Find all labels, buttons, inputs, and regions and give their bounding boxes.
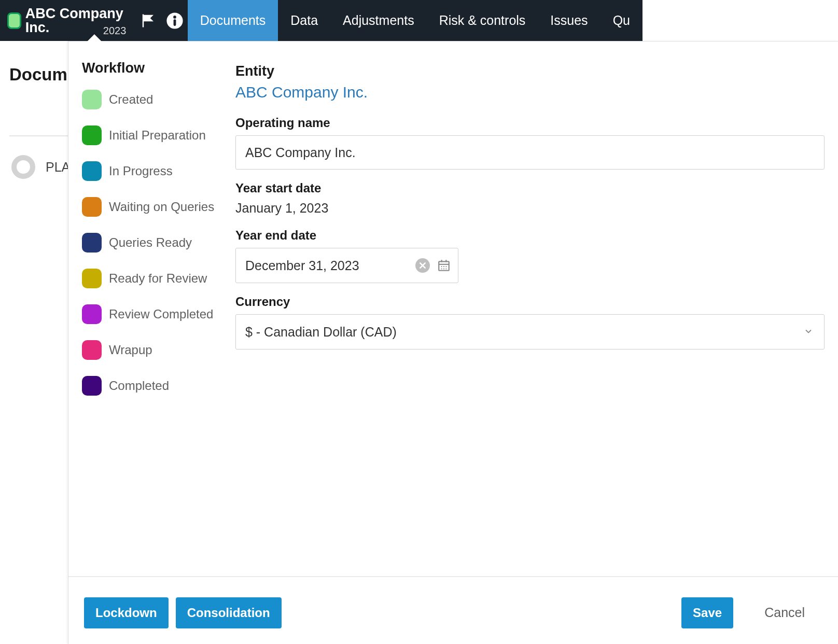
workflow-status-item[interactable]: Waiting on Queries	[82, 197, 235, 217]
company-selector[interactable]: ABC Company Inc. 2023	[0, 0, 135, 41]
currency-label: Currency	[235, 295, 643, 309]
year-end-date-input[interactable]: December 31, 2023	[235, 248, 458, 283]
workflow-status-list: CreatedInitial PreparationIn ProgressWai…	[82, 90, 235, 396]
tab-queries-cut[interactable]: Qu	[600, 0, 643, 41]
workflow-status-item[interactable]: Ready for Review	[82, 269, 235, 288]
workflow-status-item[interactable]: Created	[82, 90, 235, 109]
company-status-swatch	[7, 12, 21, 29]
workflow-status-swatch	[82, 376, 102, 396]
entity-section: Entity ABC Company Inc. Operating name Y…	[235, 60, 643, 566]
workflow-section-title: Workflow	[82, 60, 235, 76]
entity-heading: Entity	[235, 63, 643, 79]
workflow-status-item[interactable]: Queries Ready	[82, 233, 235, 253]
svg-point-13	[445, 268, 446, 269]
workflow-status-label: Wrapup	[109, 343, 152, 357]
workflow-section: Workflow CreatedInitial PreparationIn Pr…	[82, 60, 235, 566]
workflow-status-swatch	[82, 197, 102, 217]
currency-value: $ - Canadian Dollar (CAD)	[245, 325, 643, 340]
workflow-status-label: Created	[109, 92, 153, 107]
calendar-icon[interactable]	[437, 259, 451, 272]
clear-icon[interactable]	[415, 258, 430, 273]
workflow-status-swatch	[82, 269, 102, 288]
document-status-circle-icon	[11, 155, 35, 179]
workflow-status-label: Ready for Review	[109, 271, 207, 286]
flag-button[interactable]	[135, 0, 161, 41]
svg-point-8	[441, 266, 442, 267]
workflow-status-item[interactable]: Completed	[82, 376, 235, 396]
currency-select[interactable]: $ - Canadian Dollar (CAD)	[235, 314, 643, 349]
company-year: 2023	[103, 25, 127, 37]
lockdown-button[interactable]: Lockdown	[84, 597, 169, 628]
entity-name-link[interactable]: ABC Company Inc.	[235, 83, 643, 101]
main-nav-tabs: Documents Data Adjustments Risk & contro…	[188, 0, 643, 41]
year-end-date-value: December 31, 2023	[245, 258, 408, 273]
workflow-status-swatch	[82, 304, 102, 324]
svg-point-10	[445, 266, 446, 267]
consolidation-button[interactable]: Consolidation	[176, 597, 282, 628]
tab-risk[interactable]: Risk & controls	[427, 0, 538, 41]
year-start-label: Year start date	[235, 181, 643, 195]
workflow-status-label: Queries Ready	[109, 235, 192, 250]
workflow-status-item[interactable]: Review Completed	[82, 304, 235, 324]
flag-icon	[141, 13, 156, 29]
workflow-status-swatch	[82, 90, 102, 109]
workflow-status-label: Waiting on Queries	[109, 200, 214, 214]
workflow-status-label: Review Completed	[109, 307, 213, 321]
info-icon	[166, 12, 184, 30]
popover-footer: Lockdown Consolidation Save Cancel	[68, 576, 643, 644]
operating-name-label: Operating name	[235, 116, 643, 130]
operating-name-input[interactable]	[235, 135, 643, 170]
workflow-status-swatch	[82, 161, 102, 181]
tab-issues[interactable]: Issues	[538, 0, 600, 41]
year-end-label: Year end date	[235, 228, 643, 243]
workflow-status-swatch	[82, 340, 102, 360]
popover-caret-icon	[87, 34, 102, 41]
year-start-value: January 1, 2023	[235, 201, 643, 216]
svg-point-9	[443, 266, 444, 267]
info-button[interactable]	[162, 0, 188, 41]
tab-documents[interactable]: Documents	[188, 0, 278, 41]
document-row-label: PLA	[46, 160, 70, 175]
workflow-status-swatch	[82, 125, 102, 145]
svg-point-2	[173, 16, 176, 19]
workflow-status-label: In Progress	[109, 164, 173, 178]
workflow-status-label: Initial Preparation	[109, 128, 206, 143]
svg-rect-3	[173, 19, 176, 26]
tab-adjustments[interactable]: Adjustments	[330, 0, 427, 41]
tab-data[interactable]: Data	[278, 0, 330, 41]
workflow-status-swatch	[82, 233, 102, 253]
engagement-properties-popover: Workflow CreatedInitial PreparationIn Pr…	[68, 41, 643, 644]
workflow-status-item[interactable]: In Progress	[82, 161, 235, 181]
workflow-status-item[interactable]: Initial Preparation	[82, 125, 235, 145]
svg-point-11	[441, 268, 442, 269]
svg-point-12	[443, 268, 444, 269]
workflow-status-item[interactable]: Wrapup	[82, 340, 235, 360]
workflow-status-label: Completed	[109, 379, 169, 393]
document-row[interactable]: PLA	[11, 155, 70, 179]
